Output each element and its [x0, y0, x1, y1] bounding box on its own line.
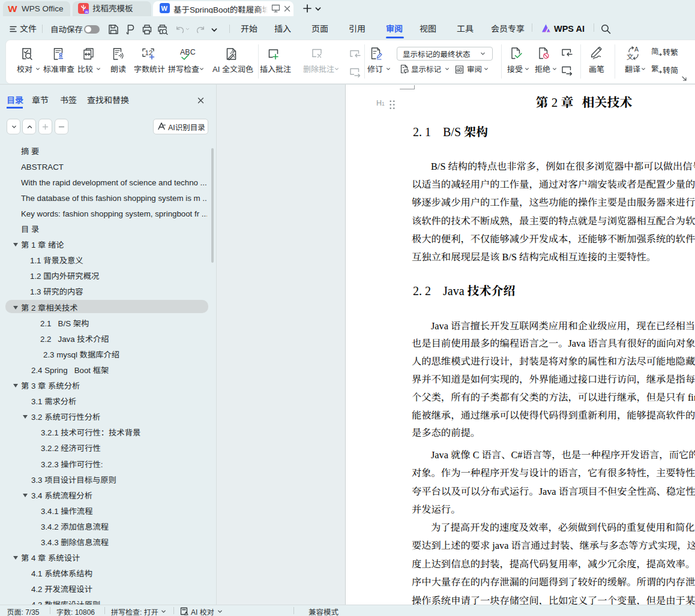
- svg-text:文: 文: [627, 52, 634, 60]
- svg-text:繁: 繁: [651, 64, 659, 74]
- svg-text:ABC: ABC: [180, 48, 196, 56]
- svg-text:简: 简: [651, 47, 659, 56]
- svg-text:W: W: [161, 5, 168, 12]
- svg-text:AI: AI: [85, 10, 88, 14]
- svg-text:A: A: [634, 46, 639, 53]
